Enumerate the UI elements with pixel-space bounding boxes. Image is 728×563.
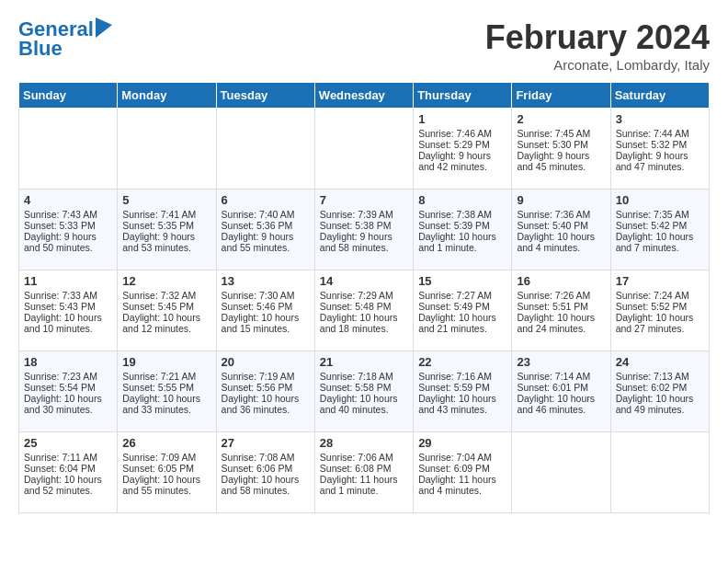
day-number: 12	[122, 274, 210, 288]
day-info-line: Sunset: 5:38 PM	[320, 220, 408, 231]
day-number: 28	[320, 436, 408, 450]
calendar-empty-cell	[216, 109, 314, 190]
day-info-line: and 18 minutes.	[320, 323, 408, 334]
calendar-day-4: 4Sunrise: 7:43 AMSunset: 5:33 PMDaylight…	[19, 190, 118, 270]
calendar-day-23: 23Sunrise: 7:14 AMSunset: 6:01 PMDayligh…	[512, 351, 610, 432]
day-info-line: Daylight: 10 hours	[517, 231, 605, 242]
day-info-line: Daylight: 11 hours	[418, 474, 506, 485]
day-info-line: Sunrise: 7:40 AM	[222, 209, 310, 220]
weekday-header-monday: Monday	[118, 83, 216, 109]
day-info-line: Sunrise: 7:33 AM	[24, 290, 112, 301]
location-subtitle: Arconate, Lombardy, Italy	[485, 57, 710, 73]
day-info-line: Sunset: 6:02 PM	[616, 382, 704, 393]
day-info-line: Daylight: 10 hours	[320, 393, 408, 404]
calendar-day-28: 28Sunrise: 7:06 AMSunset: 6:08 PMDayligh…	[314, 432, 413, 513]
day-info-line: and 55 minutes.	[222, 242, 310, 253]
svg-marker-0	[96, 17, 112, 38]
day-info-line: and 52 minutes.	[24, 485, 112, 496]
day-info-line: Daylight: 10 hours	[616, 231, 704, 242]
calendar-day-15: 15Sunrise: 7:27 AMSunset: 5:49 PMDayligh…	[414, 270, 512, 351]
day-info-line: Sunrise: 7:18 AM	[320, 371, 408, 382]
day-info-line: Sunrise: 7:11 AM	[24, 452, 112, 463]
day-info-line: Sunset: 5:40 PM	[517, 220, 605, 231]
day-info-line: Sunset: 5:43 PM	[24, 301, 112, 312]
day-number: 29	[418, 436, 506, 450]
day-number: 23	[517, 355, 605, 369]
day-info-line: Daylight: 10 hours	[418, 231, 506, 242]
day-info-line: Sunrise: 7:43 AM	[24, 209, 112, 220]
day-info-line: Sunrise: 7:09 AM	[122, 452, 210, 463]
day-info-line: and 15 minutes.	[222, 323, 310, 334]
day-info-line: Sunrise: 7:21 AM	[122, 371, 210, 382]
calendar-table: SundayMondayTuesdayWednesdayThursdayFrid…	[18, 82, 710, 513]
calendar-day-11: 11Sunrise: 7:33 AMSunset: 5:43 PMDayligh…	[19, 270, 118, 351]
day-info-line: and 7 minutes.	[616, 242, 704, 253]
day-number: 18	[24, 355, 112, 369]
day-info-line: Daylight: 10 hours	[24, 393, 112, 404]
day-info-line: and 42 minutes.	[418, 161, 506, 172]
day-info-line: Sunset: 6:06 PM	[222, 463, 310, 474]
logo: General Blue	[18, 18, 112, 61]
day-number: 16	[517, 274, 605, 288]
day-info-line: Daylight: 10 hours	[517, 393, 605, 404]
day-info-line: and 4 minutes.	[517, 242, 605, 253]
calendar-day-5: 5Sunrise: 7:41 AMSunset: 5:35 PMDaylight…	[118, 190, 216, 270]
day-info-line: and 1 minute.	[320, 485, 408, 496]
day-info-line: Sunrise: 7:35 AM	[616, 209, 704, 220]
day-info-line: Daylight: 10 hours	[122, 393, 210, 404]
day-info-line: Daylight: 9 hours	[616, 150, 704, 161]
calendar-day-19: 19Sunrise: 7:21 AMSunset: 5:55 PMDayligh…	[118, 351, 216, 432]
calendar-day-8: 8Sunrise: 7:38 AMSunset: 5:39 PMDaylight…	[414, 190, 512, 270]
day-number: 11	[24, 274, 112, 288]
day-number: 2	[517, 112, 605, 126]
day-number: 7	[320, 193, 408, 207]
calendar-day-18: 18Sunrise: 7:23 AMSunset: 5:54 PMDayligh…	[19, 351, 118, 432]
day-info-line: Daylight: 10 hours	[24, 474, 112, 485]
calendar-empty-cell	[118, 109, 216, 190]
weekday-header-wednesday: Wednesday	[314, 83, 413, 109]
day-info-line: Sunset: 5:36 PM	[222, 220, 310, 231]
calendar-day-10: 10Sunrise: 7:35 AMSunset: 5:42 PMDayligh…	[610, 190, 709, 270]
day-info-line: and 45 minutes.	[517, 161, 605, 172]
day-info-line: Daylight: 10 hours	[122, 312, 210, 323]
calendar-day-29: 29Sunrise: 7:04 AMSunset: 6:09 PMDayligh…	[414, 432, 512, 513]
day-info-line: and 33 minutes.	[122, 404, 210, 415]
day-number: 25	[24, 436, 112, 450]
day-info-line: Sunset: 5:49 PM	[418, 301, 506, 312]
day-info-line: Sunrise: 7:26 AM	[517, 290, 605, 301]
day-info-line: Sunset: 5:35 PM	[122, 220, 210, 231]
day-info-line: and 58 minutes.	[320, 242, 408, 253]
day-number: 20	[222, 355, 310, 369]
weekday-header-tuesday: Tuesday	[216, 83, 314, 109]
day-info-line: and 58 minutes.	[222, 485, 310, 496]
day-info-line: Sunrise: 7:27 AM	[418, 290, 506, 301]
day-info-line: and 36 minutes.	[222, 404, 310, 415]
day-info-line: Daylight: 10 hours	[616, 312, 704, 323]
day-info-line: and 30 minutes.	[24, 404, 112, 415]
day-info-line: Sunset: 5:39 PM	[418, 220, 506, 231]
day-info-line: Sunrise: 7:19 AM	[222, 371, 310, 382]
day-number: 5	[122, 193, 210, 207]
day-info-line: and 55 minutes.	[122, 485, 210, 496]
day-info-line: and 49 minutes.	[616, 404, 704, 415]
day-info-line: and 46 minutes.	[517, 404, 605, 415]
day-number: 1	[418, 112, 506, 126]
day-info-line: Daylight: 10 hours	[418, 312, 506, 323]
calendar-day-26: 26Sunrise: 7:09 AMSunset: 6:05 PMDayligh…	[118, 432, 216, 513]
day-info-line: Sunset: 5:59 PM	[418, 382, 506, 393]
day-info-line: Sunrise: 7:29 AM	[320, 290, 408, 301]
title-block: February 2024 Arconate, Lombardy, Italy	[485, 18, 710, 73]
day-number: 15	[418, 274, 506, 288]
calendar-week-row: 4Sunrise: 7:43 AMSunset: 5:33 PMDaylight…	[19, 190, 710, 270]
day-number: 14	[320, 274, 408, 288]
day-info-line: Sunrise: 7:32 AM	[122, 290, 210, 301]
day-info-line: and 43 minutes.	[418, 404, 506, 415]
weekday-header-sunday: Sunday	[19, 83, 118, 109]
day-number: 19	[122, 355, 210, 369]
day-info-line: Sunrise: 7:16 AM	[418, 371, 506, 382]
day-info-line: Daylight: 9 hours	[222, 231, 310, 242]
weekday-header-saturday: Saturday	[610, 83, 709, 109]
day-info-line: Sunset: 6:04 PM	[24, 463, 112, 474]
calendar-day-3: 3Sunrise: 7:44 AMSunset: 5:32 PMDaylight…	[610, 109, 709, 190]
day-info-line: and 50 minutes.	[24, 242, 112, 253]
